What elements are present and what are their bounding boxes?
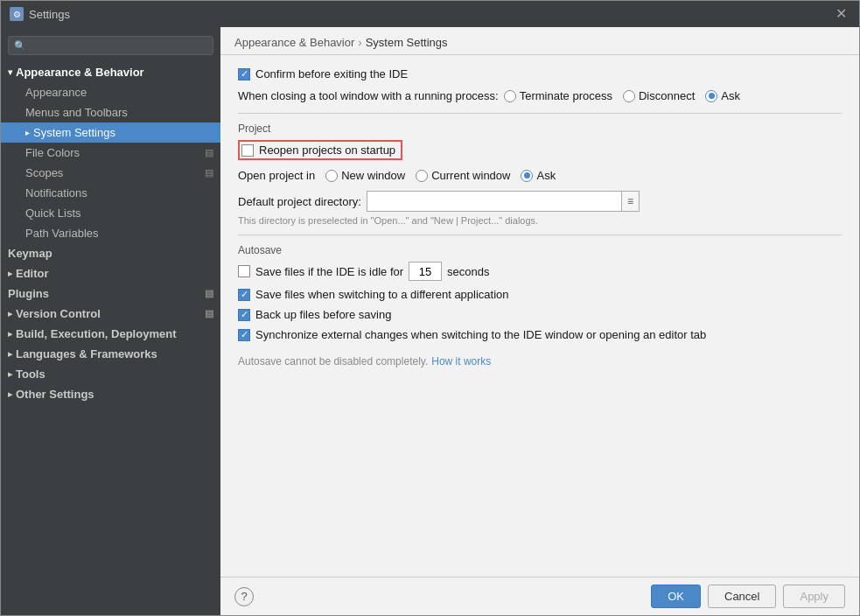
- chevron-right-icon: [8, 329, 12, 339]
- confirm-exit-checkbox-wrapper[interactable]: Confirm before exiting the IDE: [238, 67, 408, 80]
- idle-seconds-input[interactable]: [409, 262, 442, 281]
- save-switching-checkbox[interactable]: [238, 289, 250, 301]
- sidebar-item-label: Version Control: [16, 307, 101, 320]
- reopen-projects-highlighted[interactable]: Reopen projects on startup: [238, 140, 402, 160]
- save-idle-suffix: seconds: [447, 265, 489, 278]
- search-box[interactable]: 🔍: [8, 36, 213, 55]
- sidebar-item-version-control[interactable]: Version Control ▤: [1, 304, 220, 324]
- radio-ask-open-label: Ask: [536, 169, 556, 182]
- radio-new-window[interactable]: New window: [325, 169, 405, 182]
- help-label: ?: [241, 590, 247, 603]
- chevron-right-icon: [8, 369, 12, 379]
- radio-disconnect-label: Disconnect: [639, 89, 695, 102]
- chevron-right-icon: [25, 128, 30, 137]
- cancel-button[interactable]: Cancel: [708, 584, 776, 608]
- default-dir-row: Default project directory: ≡: [238, 191, 842, 212]
- sidebar-item-label: Plugins: [8, 287, 49, 300]
- sidebar-item-system-settings[interactable]: System Settings: [1, 122, 220, 143]
- radio-ask-closing[interactable]: Ask: [705, 89, 740, 102]
- default-dir-hint: This directory is preselected in "Open..…: [238, 215, 842, 226]
- sidebar-item-tools[interactable]: Tools: [1, 364, 220, 384]
- sync-checkbox-wrapper[interactable]: Synchronize external changes when switch…: [238, 328, 706, 341]
- backup-checkbox[interactable]: [238, 309, 250, 321]
- cancel-label: Cancel: [724, 590, 759, 603]
- chevron-right-icon: [8, 389, 12, 399]
- sidebar-item-quick-lists[interactable]: Quick Lists: [1, 203, 220, 223]
- sidebar-item-label: Path Variables: [25, 227, 99, 240]
- scopes-badge: ▤: [205, 167, 213, 178]
- settings-icon: ⚙: [10, 7, 24, 21]
- radio-ask-closing-circle[interactable]: [705, 90, 717, 102]
- sidebar-item-plugins[interactable]: Plugins ▤: [1, 284, 220, 304]
- sidebar-item-build-execution[interactable]: Build, Execution, Deployment: [1, 324, 220, 344]
- footer: ? OK Cancel Apply: [220, 577, 859, 615]
- sidebar-item-languages-frameworks[interactable]: Languages & Frameworks: [1, 344, 220, 364]
- help-button[interactable]: ?: [234, 587, 254, 606]
- sidebar-item-appearance-behavior[interactable]: Appearance & Behavior: [1, 62, 220, 82]
- how-it-works-link[interactable]: How it works: [431, 355, 491, 368]
- radio-new-window-circle[interactable]: [325, 170, 338, 182]
- autosave-info-bar: Autosave cannot be disabled completely. …: [238, 355, 842, 368]
- save-switching-label: Save files when switching to a different…: [255, 288, 509, 301]
- chevron-right-icon: [8, 309, 12, 318]
- radio-current-window-circle[interactable]: [416, 170, 428, 182]
- sidebar-item-path-variables[interactable]: Path Variables: [1, 223, 220, 243]
- sidebar-item-label: Appearance: [25, 86, 87, 99]
- sidebar-item-menus-toolbars[interactable]: Menus and Toolbars: [1, 102, 220, 122]
- closing-options: Terminate process Disconnect Ask: [504, 89, 740, 102]
- breadcrumb-current: System Settings: [366, 36, 448, 49]
- radio-terminate-label: Terminate process: [520, 89, 612, 102]
- chevron-down-icon: [8, 67, 12, 77]
- confirm-exit-label: Confirm before exiting the IDE: [255, 67, 408, 80]
- title-bar: ⚙ Settings ✕: [1, 1, 859, 27]
- radio-ask-open-circle[interactable]: [521, 170, 533, 182]
- radio-new-window-label: New window: [341, 169, 405, 182]
- radio-current-window[interactable]: Current window: [416, 169, 510, 182]
- confirm-exit-checkbox[interactable]: [238, 68, 250, 80]
- dir-browse-button[interactable]: ≡: [621, 192, 639, 211]
- sidebar-item-file-colors[interactable]: File Colors ▤: [1, 143, 220, 163]
- default-dir-label: Default project directory:: [238, 195, 361, 208]
- sidebar-item-keymap[interactable]: Keymap: [1, 243, 220, 263]
- sidebar-item-scopes[interactable]: Scopes ▤: [1, 163, 220, 183]
- reopen-projects-row: Reopen projects on startup: [238, 140, 842, 160]
- save-idle-checkbox-wrapper[interactable]: [238, 265, 250, 277]
- settings-window: ⚙ Settings ✕ 🔍 Appearance & Behavior App…: [0, 0, 860, 616]
- sidebar-item-label: Notifications: [25, 186, 87, 200]
- sidebar-item-label: File Colors: [25, 146, 80, 159]
- search-input[interactable]: [30, 39, 207, 52]
- save-idle-checkbox[interactable]: [238, 265, 250, 277]
- save-switching-checkbox-wrapper[interactable]: Save files when switching to a different…: [238, 288, 509, 301]
- apply-button[interactable]: Apply: [783, 584, 845, 608]
- radio-disconnect[interactable]: Disconnect: [623, 89, 695, 102]
- reopen-projects-checkbox[interactable]: [241, 144, 254, 157]
- backup-checkbox-wrapper[interactable]: Back up files before saving: [238, 308, 391, 321]
- sidebar-item-label: System Settings: [33, 126, 115, 139]
- sidebar-item-label: Other Settings: [16, 388, 94, 401]
- chevron-right-icon: [8, 349, 12, 359]
- radio-terminate-circle[interactable]: [504, 90, 516, 102]
- sidebar-item-other-settings[interactable]: Other Settings: [1, 384, 220, 404]
- search-icon: 🔍: [14, 40, 26, 52]
- radio-terminate[interactable]: Terminate process: [504, 89, 612, 102]
- right-panel: Appearance & Behavior › System Settings …: [220, 27, 859, 615]
- default-dir-input[interactable]: [367, 195, 621, 208]
- radio-ask-closing-label: Ask: [721, 89, 740, 102]
- radio-disconnect-circle[interactable]: [623, 90, 635, 102]
- sidebar-item-notifications[interactable]: Notifications: [1, 183, 220, 203]
- sidebar-item-label: Keymap: [8, 247, 52, 260]
- project-section-label: Project: [238, 122, 842, 135]
- radio-ask-open[interactable]: Ask: [521, 169, 556, 182]
- close-button[interactable]: ✕: [832, 7, 850, 21]
- sidebar-item-appearance[interactable]: Appearance: [1, 82, 220, 102]
- sync-checkbox[interactable]: [238, 329, 250, 341]
- sidebar-item-label: Tools: [16, 368, 45, 381]
- sidebar-item-label: Quick Lists: [25, 206, 81, 220]
- divider-autosave: [238, 234, 842, 235]
- breadcrumb-separator: ›: [358, 36, 361, 49]
- plugins-badge: ▤: [205, 288, 213, 299]
- sidebar-group-label: Appearance & Behavior: [16, 66, 144, 79]
- ok-button[interactable]: OK: [651, 584, 701, 608]
- sidebar-item-label: Menus and Toolbars: [25, 106, 128, 119]
- sidebar-item-editor[interactable]: Editor: [1, 263, 220, 284]
